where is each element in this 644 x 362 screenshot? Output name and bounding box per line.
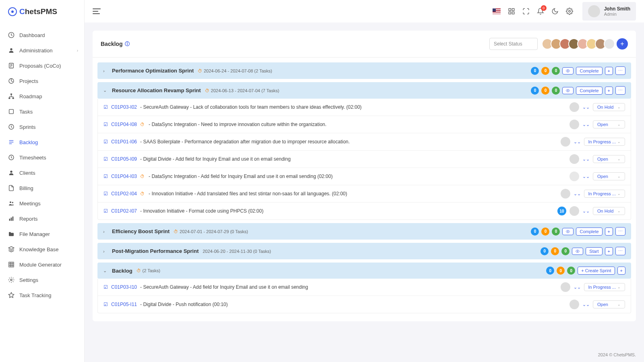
bell-icon[interactable]: 0 xyxy=(537,8,544,15)
expand-icon[interactable]: ⌄⌄ xyxy=(582,157,590,162)
avatar[interactable] xyxy=(561,137,570,147)
view-button[interactable] xyxy=(562,87,574,94)
nav-projects[interactable]: Projects xyxy=(0,73,84,89)
sprint-header[interactable]: ⌄ Backlog ⏱(2 Tasks) 000+ Create Sprint+ xyxy=(97,263,631,279)
sprint-header[interactable]: ⌄ Resource Allocation Revamp Sprint ⏱202… xyxy=(97,82,631,99)
user-menu[interactable]: John Smith Admin xyxy=(582,2,636,21)
sprint-action-button[interactable]: Complete xyxy=(576,67,602,75)
add-user-button[interactable]: + xyxy=(617,38,628,50)
checkbox-icon[interactable]: ☑ xyxy=(104,174,108,179)
task-id[interactable]: C01P02-I07 xyxy=(111,208,137,214)
avatar[interactable] xyxy=(569,172,579,181)
status-button[interactable]: In Progress ...⌄ xyxy=(584,283,625,291)
moon-icon[interactable] xyxy=(551,8,559,15)
add-button[interactable]: + xyxy=(605,87,613,95)
checkbox-icon[interactable]: ☑ xyxy=(104,284,108,290)
nav-file-manager[interactable]: File Manager xyxy=(0,226,84,242)
sprint-header[interactable]: › Post-Migration Performance Sprint 2024… xyxy=(97,243,631,259)
fullscreen-icon[interactable] xyxy=(522,8,530,15)
sprint-action-button[interactable]: + Create Sprint xyxy=(578,267,615,275)
expand-icon[interactable]: ⌄⌄ xyxy=(582,302,590,307)
avatar[interactable] xyxy=(569,102,579,112)
expand-icon[interactable]: ⌄⌄ xyxy=(574,191,581,197)
nav-knowledge-base[interactable]: Knowledge Base xyxy=(0,242,84,257)
nav-module-generator[interactable]: Module Generator xyxy=(0,257,84,272)
avatar[interactable] xyxy=(561,189,570,199)
nav-proposals-coco-[interactable]: Proposals (CoCo) xyxy=(0,58,84,73)
expand-icon[interactable]: ⌄⌄ xyxy=(582,209,590,214)
more-button[interactable]: ⋯ xyxy=(615,227,625,236)
task-id[interactable]: C01P04-I08 xyxy=(111,122,137,127)
nav-tasks[interactable]: Tasks xyxy=(0,104,84,119)
nav-reports[interactable]: Reports xyxy=(0,211,84,226)
more-button[interactable]: ⋯ xyxy=(615,86,625,95)
add-button[interactable]: + xyxy=(605,67,613,75)
checkbox-icon[interactable]: ☑ xyxy=(104,104,108,110)
task-id[interactable]: C01P04-I03 xyxy=(111,174,137,179)
expand-icon[interactable]: ⌄⌄ xyxy=(582,174,590,179)
status-button[interactable]: In Progress ...⌄ xyxy=(584,138,625,146)
svg-point-38 xyxy=(577,250,578,252)
checkbox-icon[interactable]: ☑ xyxy=(104,191,108,197)
task-id[interactable]: C01P01-I06 xyxy=(111,139,137,145)
nav-dashboard[interactable]: Dashboard xyxy=(0,27,84,43)
checkbox-icon[interactable]: ☑ xyxy=(104,156,108,162)
more-button[interactable]: ⋯ xyxy=(615,66,625,75)
nav-task-tracking[interactable]: Task Tracking xyxy=(0,288,84,303)
nav-sprints[interactable]: Sprints xyxy=(0,119,84,134)
view-button[interactable] xyxy=(572,248,583,255)
sprint-header[interactable]: › Efficiency Boost Sprint ⏱2024-07-01 - … xyxy=(97,223,631,240)
menu-toggle[interactable] xyxy=(93,8,101,14)
avatar[interactable] xyxy=(569,300,579,309)
info-icon[interactable]: ⓘ xyxy=(125,41,130,48)
sprint-header[interactable]: › Performance Optimization Sprint ⏱2024-… xyxy=(97,62,631,79)
expand-icon[interactable]: ⌄⌄ xyxy=(582,105,590,110)
checkbox-icon[interactable]: ☑ xyxy=(104,208,108,214)
sprint-action-button[interactable]: Start xyxy=(586,247,602,255)
task-id[interactable]: C01P03-I02 xyxy=(111,104,137,110)
task-id[interactable]: C01P05-I11 xyxy=(111,302,137,307)
status-button[interactable]: In Progress ...⌄ xyxy=(584,190,625,198)
nav-settings[interactable]: Settings xyxy=(0,272,84,288)
expand-icon[interactable]: ⌄⌄ xyxy=(574,139,581,145)
status-select[interactable]: Select Status xyxy=(489,38,538,50)
avatar[interactable] xyxy=(569,154,579,164)
nav-timesheets[interactable]: Timesheets xyxy=(0,150,84,165)
task-id[interactable]: C01P02-I04 xyxy=(111,191,137,197)
checkbox-icon[interactable]: ☑ xyxy=(104,302,108,307)
sprint-action-button[interactable]: Complete xyxy=(576,228,602,236)
nav-backlog[interactable]: Backlog xyxy=(0,134,84,150)
view-button[interactable] xyxy=(562,228,574,235)
view-button[interactable] xyxy=(562,67,574,74)
checkbox-icon[interactable]: ☑ xyxy=(104,139,108,145)
task-id[interactable]: C01P03-I10 xyxy=(111,284,137,290)
status-button[interactable]: On Hold⌄ xyxy=(593,207,625,215)
nav-meetings[interactable]: Meetings xyxy=(0,196,84,211)
checkbox-icon[interactable]: ☑ xyxy=(104,122,108,127)
add-button[interactable]: + xyxy=(605,228,613,236)
nav-roadmap[interactable]: Roadmap xyxy=(0,89,84,104)
expand-icon[interactable]: ⌄⌄ xyxy=(582,122,590,127)
status-button[interactable]: Open⌄ xyxy=(593,172,625,180)
avatar[interactable] xyxy=(561,282,570,292)
nav-administration[interactable]: Administration› xyxy=(0,43,84,58)
task-id[interactable]: C01P05-I09 xyxy=(111,156,137,162)
nav-clients[interactable]: Clients xyxy=(0,165,84,180)
add-button[interactable]: + xyxy=(617,267,625,275)
apps-icon[interactable] xyxy=(508,8,515,15)
status-button[interactable]: Open⌄ xyxy=(593,300,625,308)
gear-icon[interactable] xyxy=(566,8,573,15)
status-button[interactable]: Open⌄ xyxy=(593,120,625,128)
avatar[interactable] xyxy=(604,38,615,50)
add-button[interactable]: + xyxy=(605,247,613,255)
expand-icon[interactable]: ⌄⌄ xyxy=(574,285,581,290)
status-button[interactable]: Open⌄ xyxy=(593,155,625,163)
avatar[interactable] xyxy=(569,120,579,129)
status-button[interactable]: On Hold⌄ xyxy=(593,103,625,111)
flag-icon[interactable] xyxy=(493,8,501,14)
logo[interactable]: ChetsPMS xyxy=(0,0,84,23)
nav-billing[interactable]: Billing xyxy=(0,180,84,196)
more-button[interactable]: ⋯ xyxy=(615,247,625,255)
sprint-action-button[interactable]: Complete xyxy=(576,87,602,95)
avatar[interactable] xyxy=(569,206,579,216)
